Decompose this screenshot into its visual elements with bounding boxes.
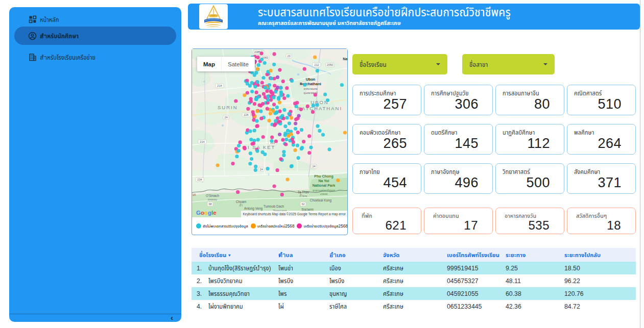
school-marker[interactable]: [255, 149, 259, 153]
map-type-satellite-button[interactable]: Satellite: [221, 57, 255, 71]
school-marker[interactable]: [250, 81, 254, 85]
school-marker[interactable]: [323, 93, 327, 96]
school-marker[interactable]: [237, 144, 241, 147]
school-marker[interactable]: [293, 102, 297, 105]
school-marker[interactable]: [285, 86, 289, 90]
school-marker[interactable]: [274, 139, 278, 143]
school-marker[interactable]: [312, 104, 315, 107]
school-marker[interactable]: [252, 142, 255, 145]
school-marker[interactable]: [318, 129, 321, 133]
school-marker[interactable]: [314, 93, 317, 96]
school-marker[interactable]: [289, 133, 293, 136]
school-marker[interactable]: [282, 150, 285, 154]
school-marker[interactable]: [287, 112, 291, 116]
school-marker[interactable]: [285, 178, 289, 181]
school-marker[interactable]: [266, 95, 270, 98]
school-marker[interactable]: [254, 168, 257, 172]
school-marker[interactable]: [256, 80, 259, 84]
school-marker[interactable]: [248, 130, 252, 133]
school-marker[interactable]: [283, 124, 287, 128]
school-marker[interactable]: [278, 133, 281, 136]
school-marker[interactable]: [296, 131, 300, 134]
school-marker[interactable]: [273, 52, 276, 56]
school-marker[interactable]: [309, 145, 313, 149]
school-marker[interactable]: [307, 151, 311, 155]
major-name-dropdown[interactable]: ชื่อสาขา: [462, 54, 555, 74]
school-marker[interactable]: [266, 98, 270, 102]
school-marker[interactable]: [266, 167, 270, 170]
school-marker[interactable]: [261, 76, 265, 80]
school-marker[interactable]: [270, 139, 273, 143]
school-marker[interactable]: [249, 152, 252, 155]
school-marker[interactable]: [250, 90, 254, 93]
school-marker[interactable]: [297, 156, 300, 160]
school-marker[interactable]: [250, 157, 253, 161]
school-marker[interactable]: [270, 77, 273, 80]
google-map[interactable]: 2083232122050214208324122422622621424242…: [192, 49, 347, 217]
school-marker[interactable]: [253, 102, 256, 106]
school-marker[interactable]: [343, 131, 347, 134]
school-marker[interactable]: [282, 154, 285, 157]
school-marker[interactable]: [281, 80, 285, 83]
school-marker[interactable]: [294, 122, 297, 125]
school-marker[interactable]: [290, 116, 293, 120]
school-marker[interactable]: [253, 73, 256, 77]
school-marker[interactable]: [256, 95, 260, 98]
school-marker[interactable]: [269, 112, 272, 115]
school-marker[interactable]: [291, 137, 294, 141]
school-marker[interactable]: [246, 82, 249, 85]
school-marker[interactable]: [256, 56, 260, 59]
table-row-3[interactable]: 4.ไผ่งามพิทยาคมไผ่ราษีไศลศรีสะเกษ0651233…: [192, 300, 636, 313]
school-marker[interactable]: [257, 104, 261, 107]
school-marker[interactable]: [294, 117, 298, 121]
school-marker[interactable]: [237, 149, 241, 153]
school-marker[interactable]: [235, 155, 238, 158]
school-marker[interactable]: [236, 190, 240, 194]
col-header-school-name[interactable]: ชื่อโรงเรียน▾: [192, 248, 278, 262]
school-marker[interactable]: [263, 153, 267, 156]
school-marker[interactable]: [311, 110, 315, 114]
school-marker[interactable]: [285, 116, 289, 119]
school-marker[interactable]: [234, 99, 237, 103]
school-marker[interactable]: [266, 107, 269, 111]
school-marker[interactable]: [246, 107, 250, 111]
school-marker[interactable]: [284, 142, 288, 146]
school-marker[interactable]: [261, 135, 265, 139]
school-marker[interactable]: [279, 157, 282, 161]
school-marker[interactable]: [238, 140, 242, 144]
table-row-1[interactable]: 2.ไพรบึงวิทยาคมไพรบึงไพรบึงศรีสะเกษ04567…: [192, 274, 636, 287]
school-marker[interactable]: [288, 121, 291, 125]
school-marker[interactable]: [268, 119, 271, 122]
school-marker[interactable]: [273, 123, 276, 127]
school-marker[interactable]: [327, 147, 331, 151]
school-marker[interactable]: [256, 138, 260, 141]
school-marker[interactable]: [275, 111, 278, 115]
school-marker[interactable]: [276, 168, 279, 172]
sidebar-collapse-button[interactable]: ‹: [171, 314, 173, 322]
school-marker[interactable]: [294, 148, 297, 152]
school-marker[interactable]: [249, 138, 253, 141]
school-marker[interactable]: [306, 105, 309, 108]
school-marker[interactable]: [259, 117, 263, 120]
school-marker[interactable]: [255, 91, 258, 94]
school-marker[interactable]: [253, 129, 256, 132]
school-marker[interactable]: [248, 162, 252, 165]
sidebar-item-1[interactable]: สำหรับนักศึกษา: [14, 27, 176, 45]
school-marker[interactable]: [280, 193, 284, 196]
school-marker[interactable]: [282, 96, 286, 100]
school-marker[interactable]: [265, 89, 269, 93]
school-marker[interactable]: [296, 144, 299, 147]
school-marker[interactable]: [276, 75, 279, 79]
school-marker[interactable]: [263, 61, 267, 65]
table-row-2[interactable]: 3.ไพรธรรมคุณวิทยาไพรขุนหาญศรีสะเกษ045921…: [192, 287, 636, 300]
school-marker[interactable]: [252, 113, 255, 116]
school-marker[interactable]: [260, 58, 264, 61]
school-marker[interactable]: [256, 124, 259, 128]
school-marker[interactable]: [290, 79, 294, 83]
map-type-map-button[interactable]: Map: [197, 57, 221, 71]
page-scrollbar[interactable]: [640, 0, 644, 328]
school-marker[interactable]: [269, 69, 273, 72]
school-marker[interactable]: [257, 63, 260, 67]
school-marker[interactable]: [243, 93, 246, 97]
sidebar-item-2[interactable]: สำหรับโรงเรียนเครือข่าย: [14, 51, 176, 64]
